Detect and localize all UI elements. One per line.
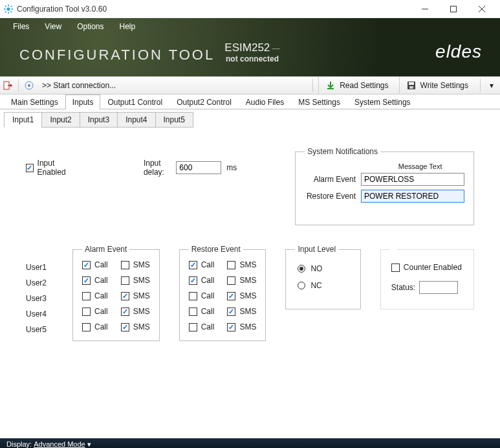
counter-group: . Counter Enabled Status: (380, 245, 474, 309)
alarm-event-field[interactable] (361, 173, 464, 186)
restore-user5-sms[interactable]: SMS (227, 322, 256, 331)
svg-rect-10 (451, 6, 457, 12)
alarm-user1-call[interactable]: Call (82, 260, 108, 269)
content-panel: Input Enabled Input delay: ms System Not… (0, 128, 500, 438)
write-settings-button[interactable]: Write Settings (399, 77, 475, 94)
svg-line-8 (5, 11, 6, 12)
svg-line-5 (5, 5, 6, 6)
tab-system-settings[interactable]: System Settings (347, 95, 418, 109)
input-delay-unit: ms (226, 163, 237, 172)
svg-point-15 (28, 84, 30, 87)
restore-event-field[interactable] (361, 190, 464, 203)
display-label: Display: (6, 440, 32, 448)
save-icon (406, 80, 417, 91)
tab-audio-files[interactable]: Audio Files (239, 95, 291, 109)
tab-output1-control[interactable]: Output1 Control (100, 95, 169, 109)
menu-help[interactable]: Help (113, 21, 142, 32)
user2-label: User2 (26, 278, 47, 287)
close-button[interactable] (468, 0, 496, 18)
tab-inputs[interactable]: Inputs (65, 95, 101, 109)
restore-user1-sms[interactable]: SMS (227, 260, 256, 269)
svg-rect-18 (409, 82, 414, 85)
minimize-button[interactable] (411, 0, 439, 18)
title-bar: Configuration Tool v3.0.60 (0, 0, 500, 18)
mode-toggle[interactable]: Advanced Mode (34, 440, 85, 448)
app-gear-icon (4, 5, 13, 14)
app-title: CONFIGURATION TOOL (19, 47, 215, 63)
restore-user1-call[interactable]: Call (189, 260, 215, 269)
alarm-event-group: Alarm Event Call SMS Call SMS Call SMS C… (72, 245, 160, 341)
input-level-group: Input Level NO NC (285, 245, 360, 309)
user5-label: User5 (26, 325, 47, 334)
menu-view[interactable]: View (38, 21, 68, 32)
alarm-user5-sms[interactable]: SMS (121, 322, 150, 331)
connect-icon[interactable] (24, 80, 34, 91)
brand-logo: eldes (435, 41, 482, 62)
device-name: ESIM252 (224, 41, 270, 54)
message-text-header: Message Text (376, 162, 464, 170)
alarm-user3-call[interactable]: Call (82, 291, 108, 300)
input-enabled-checkbox[interactable]: Input Enabled (26, 159, 79, 177)
counter-status-field[interactable] (419, 281, 458, 294)
user1-label: User1 (26, 263, 47, 272)
menu-options[interactable]: Options (71, 21, 110, 32)
mode-bar: Display: Advanced Mode ▾ (0, 438, 500, 448)
alarm-user2-call[interactable]: Call (82, 276, 108, 285)
user3-label: User3 (26, 294, 47, 303)
restore-user4-call[interactable]: Call (189, 307, 215, 316)
restore-user3-call[interactable]: Call (189, 291, 215, 300)
alarm-user3-sms[interactable]: SMS (121, 291, 150, 300)
toolbar: >> Start connection... Read Settings Wri… (0, 76, 500, 95)
alarm-user5-call[interactable]: Call (82, 322, 108, 331)
tab-input5[interactable]: Input5 (155, 112, 193, 128)
user4-label: User4 (26, 309, 47, 319)
svg-rect-19 (409, 86, 413, 89)
tab-main-settings[interactable]: Main Settings (4, 95, 65, 109)
header: Files View Options Help CONFIGURATION TO… (0, 18, 500, 76)
chevron-down-icon[interactable]: ▾ (87, 440, 91, 449)
alarm-user1-sms[interactable]: SMS (121, 260, 150, 269)
device-status: not connected (213, 54, 291, 63)
restore-user5-call[interactable]: Call (189, 322, 215, 331)
counter-status-label: Status: (391, 283, 415, 292)
exit-icon[interactable] (3, 80, 13, 91)
download-icon (325, 80, 336, 91)
restore-user2-sms[interactable]: SMS (227, 276, 256, 285)
alarm-user2-sms[interactable]: SMS (121, 276, 150, 285)
menu-files[interactable]: Files (6, 21, 36, 32)
svg-point-0 (6, 7, 10, 10)
input-delay-label: Input delay: (144, 159, 171, 177)
main-tabs: Main Settings Inputs Output1 Control Out… (0, 95, 500, 109)
input-level-no[interactable]: NO (298, 264, 348, 273)
user-labels: User1 User2 User3 User4 User5 (26, 263, 47, 334)
maximize-button[interactable] (439, 0, 468, 18)
tab-output2-control[interactable]: Output2 Control (169, 95, 239, 109)
tab-input1[interactable]: Input1 (4, 112, 42, 128)
alarm-event-label: Alarm Event (314, 175, 356, 184)
restore-user3-sms[interactable]: SMS (227, 291, 256, 300)
alarm-user4-call[interactable]: Call (82, 307, 108, 316)
tab-input3[interactable]: Input3 (80, 112, 118, 128)
toolbar-dropdown[interactable]: ▾ (486, 80, 497, 91)
start-connection-button[interactable]: >> Start connection... (38, 80, 120, 91)
menu-bar: Files View Options Help (0, 18, 500, 35)
restore-user4-sms[interactable]: SMS (227, 307, 256, 316)
input-tabs: Input1 Input2 Input3 Input4 Input5 (0, 109, 500, 128)
system-notifications-group: System Notifications Message Text Alarm … (295, 147, 474, 225)
input-delay-field[interactable] (176, 161, 221, 174)
device-dash: — (272, 44, 280, 53)
counter-enabled-checkbox[interactable]: Counter Enabled (391, 263, 463, 272)
tab-input4[interactable]: Input4 (117, 112, 155, 128)
alarm-user4-sms[interactable]: SMS (121, 307, 150, 316)
tab-ms-settings[interactable]: MS Settings (291, 95, 347, 109)
input-level-nc[interactable]: NC (298, 281, 348, 290)
window-title: Configuration Tool v3.0.60 (17, 5, 411, 14)
svg-line-7 (11, 5, 12, 6)
restore-user2-call[interactable]: Call (189, 276, 215, 285)
read-settings-button[interactable]: Read Settings (318, 77, 395, 94)
svg-line-6 (11, 11, 12, 12)
tab-input2[interactable]: Input2 (41, 112, 80, 128)
restore-event-label: Restore Event (307, 192, 356, 201)
restore-event-group: Restore Event Call SMS Call SMS Call SMS… (179, 245, 266, 341)
checkmark-icon (26, 164, 34, 172)
